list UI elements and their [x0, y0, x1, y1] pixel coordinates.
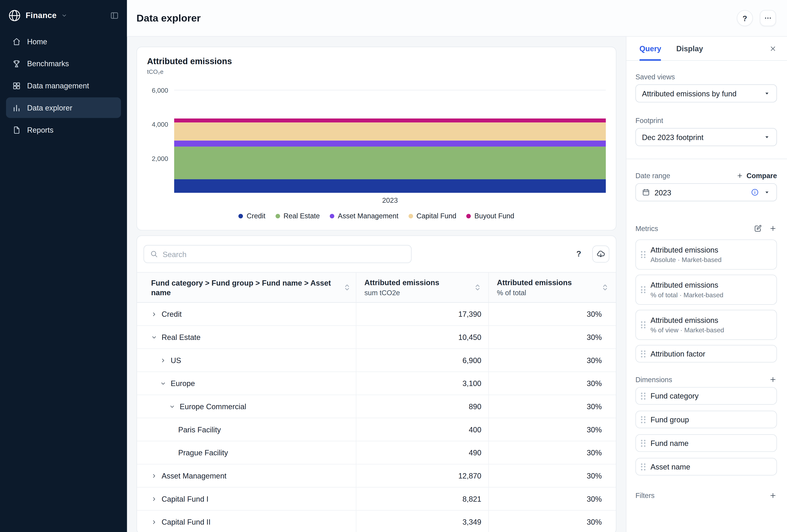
- bar-segment-credit: [174, 179, 606, 193]
- sidebar-item-data-explorer[interactable]: Data explorer: [6, 98, 121, 118]
- row-value-pct: 30%: [488, 488, 616, 510]
- drag-handle-icon[interactable]: [641, 321, 645, 328]
- close-panel-button[interactable]: [769, 44, 777, 52]
- search-icon: [150, 250, 158, 258]
- compare-button[interactable]: Compare: [737, 172, 777, 180]
- dimensions-list: Fund categoryFund groupFund nameAsset na…: [635, 387, 777, 475]
- chevron-down-icon[interactable]: [151, 334, 157, 340]
- saved-views-select[interactable]: Attributed emissions by fund: [635, 84, 777, 102]
- column-header-sum[interactable]: Attributed emissions sum tCO2e: [356, 273, 488, 302]
- y-axis-tick: 2,000: [147, 155, 168, 162]
- chevron-right-icon[interactable]: [151, 519, 157, 525]
- table-row[interactable]: US6,90030%: [137, 349, 616, 372]
- legend-item[interactable]: Credit: [238, 212, 265, 220]
- drag-handle-icon[interactable]: [641, 251, 645, 258]
- column-title: Attributed emissions: [497, 278, 572, 287]
- table-row[interactable]: Capital Fund II3,34930%: [137, 511, 616, 532]
- export-button[interactable]: [592, 246, 609, 263]
- drag-handle-icon[interactable]: [641, 286, 645, 293]
- chevron-right-icon[interactable]: [151, 496, 157, 502]
- info-icon[interactable]: [751, 188, 759, 196]
- table-row: Prague Facility49030%: [137, 441, 616, 465]
- dimensions-label: Dimensions: [635, 376, 672, 384]
- table-row[interactable]: Europe Commercial89030%: [137, 395, 616, 418]
- row-label-cell: Real Estate: [137, 326, 356, 348]
- y-axis-tick: 6,000: [147, 86, 168, 94]
- search-input[interactable]: [163, 250, 405, 258]
- sidebar-item-home[interactable]: Home: [6, 31, 121, 52]
- drag-handle-icon[interactable]: [641, 463, 645, 470]
- data-management-icon: [12, 81, 21, 90]
- sidebar-item-benchmarks[interactable]: Benchmarks: [6, 53, 121, 74]
- sidebar-item-reports[interactable]: Reports: [6, 120, 121, 140]
- sort-icon[interactable]: [602, 284, 608, 291]
- drag-handle-icon[interactable]: [641, 392, 645, 399]
- chevron-down-icon[interactable]: [169, 403, 175, 409]
- row-label: Europe Commercial: [180, 402, 246, 411]
- sidebar: Finance HomeBenchmarksData managementDat…: [0, 0, 127, 532]
- table-help-button[interactable]: ?: [576, 250, 581, 258]
- column-subtitle: % of total: [497, 288, 572, 297]
- chevron-right-icon[interactable]: [151, 311, 157, 317]
- metric-card[interactable]: Attribution factor: [635, 345, 777, 362]
- table-row[interactable]: Asset Management12,87030%: [137, 464, 616, 488]
- tab-query[interactable]: Query: [639, 37, 661, 60]
- tab-display[interactable]: Display: [676, 37, 703, 60]
- column-header-pct[interactable]: Attributed emissions % of total: [488, 273, 616, 302]
- row-label-cell: Europe Commercial: [137, 395, 356, 418]
- dimension-card[interactable]: Fund name: [635, 434, 777, 452]
- dimension-card-text: Asset name: [651, 462, 690, 471]
- column-title: Fund category > Fund group > Fund name >…: [151, 278, 340, 297]
- footprint-label: Footprint: [635, 116, 777, 124]
- table-row[interactable]: Europe3,10030%: [137, 372, 616, 395]
- column-header-hierarchy[interactable]: Fund category > Fund group > Fund name >…: [137, 273, 356, 302]
- filters-label: Filters: [635, 492, 654, 499]
- add-filter-icon[interactable]: [769, 492, 777, 499]
- drag-handle-icon[interactable]: [641, 416, 645, 423]
- dimension-card[interactable]: Asset name: [635, 458, 777, 475]
- workspace-switcher[interactable]: Finance: [0, 0, 127, 22]
- footprint-select[interactable]: Dec 2023 footprint: [635, 128, 777, 146]
- edit-metrics-icon[interactable]: [754, 225, 762, 233]
- chevron-right-icon[interactable]: [151, 473, 157, 479]
- sort-icon[interactable]: [475, 284, 481, 291]
- add-dimension-icon[interactable]: [769, 376, 777, 384]
- search-box[interactable]: [144, 245, 411, 263]
- chevron-down-icon: [763, 189, 770, 196]
- drag-handle-icon[interactable]: [641, 440, 645, 447]
- sort-icon[interactable]: [344, 284, 350, 291]
- drag-handle-icon[interactable]: [641, 350, 645, 357]
- dimension-card[interactable]: Fund category: [635, 387, 777, 405]
- y-axis-tick: 4,000: [147, 121, 168, 128]
- legend-item[interactable]: Capital Fund: [408, 212, 456, 220]
- metrics-section: Metrics Attributed emissionsAbsolute · M…: [635, 225, 777, 362]
- dimension-card[interactable]: Fund group: [635, 411, 777, 428]
- table-row[interactable]: Capital Fund I8,82130%: [137, 488, 616, 511]
- date-range-value: 2023: [654, 188, 671, 197]
- row-label: Prague Facility: [178, 448, 228, 457]
- metric-card[interactable]: Attributed emissionsAbsolute · Market-ba…: [635, 239, 777, 270]
- metric-card-subtitle: % of total · Market-based: [651, 291, 723, 299]
- sidebar-collapse-button[interactable]: [110, 11, 119, 20]
- legend-item[interactable]: Buyout Fund: [466, 212, 514, 220]
- help-button[interactable]: ?: [737, 10, 753, 26]
- metric-card[interactable]: Attributed emissions% of view · Market-b…: [635, 310, 777, 340]
- footprint-value: Dec 2023 footprint: [642, 133, 703, 142]
- more-options-button[interactable]: [760, 10, 776, 26]
- add-metric-icon[interactable]: [769, 225, 777, 233]
- table-row[interactable]: Real Estate10,45030%: [137, 326, 616, 349]
- metric-card[interactable]: Attributed emissions% of total · Market-…: [635, 275, 777, 305]
- main: Data explorer ? Attributed emissions tCO…: [127, 0, 787, 532]
- legend-item[interactable]: Asset Management: [330, 212, 399, 220]
- legend-item[interactable]: Real Estate: [275, 212, 320, 220]
- chevron-down-icon[interactable]: [160, 380, 166, 386]
- dimension-card-title: Asset name: [651, 462, 690, 471]
- date-range-select[interactable]: 2023: [635, 183, 777, 201]
- chevron-right-icon[interactable]: [160, 357, 166, 363]
- row-value-pct: 30%: [488, 372, 616, 395]
- legend-swatch: [330, 214, 334, 218]
- sidebar-item-data-management[interactable]: Data management: [6, 75, 121, 96]
- column-title: Attributed emissions: [364, 278, 439, 287]
- table-row[interactable]: Credit17,39030%: [137, 303, 616, 326]
- dimension-card-title: Fund group: [651, 415, 689, 424]
